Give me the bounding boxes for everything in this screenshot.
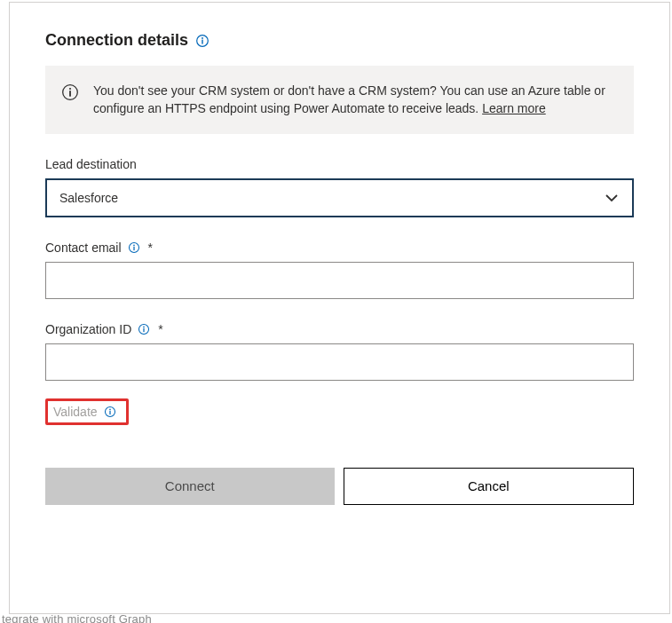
lead-destination-label-text: Lead destination [45,157,137,171]
validate-link[interactable]: Validate [53,405,98,419]
svg-rect-2 [202,39,202,43]
svg-rect-11 [144,327,145,331]
chevron-down-icon [604,190,620,206]
info-banner-text: You don't see your CRM system or don't h… [93,82,613,118]
organization-id-input[interactable] [45,343,634,381]
contact-email-field: Contact email * [45,241,634,299]
contact-email-input[interactable] [45,262,634,299]
svg-point-10 [143,326,145,327]
required-indicator: * [148,241,153,255]
info-icon [61,83,79,104]
organization-id-label: Organization ID * [45,322,634,336]
info-icon[interactable] [137,322,151,336]
learn-more-link[interactable]: Learn more [482,101,546,115]
contact-email-label-text: Contact email [45,241,122,255]
button-row: Connect Cancel [45,468,634,505]
lead-destination-field: Lead destination Salesforce [45,157,634,217]
organization-id-label-text: Organization ID [45,322,131,336]
contact-email-label: Contact email * [45,241,634,255]
connection-details-panel: Connection details You don't see your CR… [9,2,670,614]
svg-point-13 [109,408,111,410]
required-indicator: * [158,322,162,336]
background-text-fragment: tegrate with microsoft Graph [2,612,152,623]
info-icon[interactable] [127,241,141,255]
lead-destination-label: Lead destination [45,157,634,171]
validate-highlight-box: Validate [45,398,129,425]
svg-point-4 [69,88,71,90]
page-title: Connection details [45,31,188,50]
svg-point-1 [202,37,203,39]
cancel-button[interactable]: Cancel [344,468,635,505]
info-icon[interactable] [103,405,117,419]
svg-rect-5 [69,91,71,97]
svg-rect-8 [133,246,134,249]
heading-row: Connection details [45,31,634,50]
lead-destination-select[interactable]: Salesforce [45,178,634,217]
organization-id-field: Organization ID * [45,322,634,381]
info-banner: You don't see your CRM system or don't h… [45,66,634,134]
lead-destination-value: Salesforce [59,191,118,205]
info-icon[interactable] [195,34,210,48]
svg-point-7 [133,244,135,246]
svg-rect-14 [109,410,110,414]
connect-button[interactable]: Connect [45,468,335,505]
